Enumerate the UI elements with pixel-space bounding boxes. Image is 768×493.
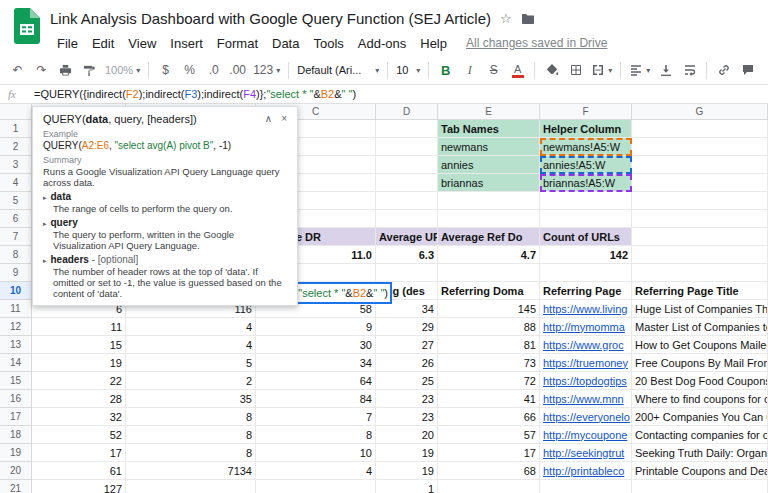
learn-more-link[interactable]: Learn more about QUERY <box>43 304 287 306</box>
menu-edit[interactable]: Edit <box>85 33 121 54</box>
cell-B14[interactable]: 5 <box>126 354 256 372</box>
column-header-D[interactable]: D <box>376 104 438 120</box>
cell-G2[interactable] <box>632 138 768 156</box>
formula-bar[interactable]: fx =QUERY({indirect(F2);indirect(F3);ind… <box>0 84 768 104</box>
menu-insert[interactable]: Insert <box>163 33 210 54</box>
cell-E16[interactable]: 41 <box>438 390 540 408</box>
cell-E8[interactable]: 4.7 <box>438 246 540 264</box>
cell-B18[interactable]: 8 <box>126 426 256 444</box>
merge-cells-button[interactable]: ▾ <box>588 58 615 82</box>
row-header-11[interactable]: 11 <box>0 300 32 318</box>
cell-A20[interactable]: 61 <box>32 462 126 480</box>
grid-corner[interactable] <box>0 104 32 120</box>
cell-A16[interactable]: 28 <box>32 390 126 408</box>
insert-link-button[interactable] <box>712 58 735 82</box>
cell-F19[interactable]: http://seekingtrut <box>540 444 632 462</box>
cell-A12[interactable]: 11 <box>32 318 126 336</box>
menu-data[interactable]: Data <box>265 33 306 54</box>
cell-E12[interactable]: 88 <box>438 318 540 336</box>
cell-F9[interactable] <box>540 264 632 282</box>
cell-C15[interactable]: 64 <box>256 372 376 390</box>
row-header-12[interactable]: 12 <box>0 318 32 336</box>
cell-G21[interactable] <box>632 480 768 493</box>
row-header-3[interactable]: 3 <box>0 156 32 174</box>
cell-C20[interactable]: 4 <box>256 462 376 480</box>
cell-G9[interactable] <box>632 264 768 282</box>
cell-G4[interactable] <box>632 174 768 192</box>
document-title[interactable]: Link Analysis Dashboard with Google Quer… <box>50 10 491 27</box>
cell-D4[interactable] <box>376 174 438 192</box>
cell-C13[interactable]: 30 <box>256 336 376 354</box>
row-header-5[interactable]: 5 <box>0 192 32 210</box>
cell-F8[interactable]: 142 <box>540 246 632 264</box>
row-header-6[interactable]: 6 <box>0 210 32 228</box>
cell-C21[interactable] <box>256 480 376 493</box>
cell-A21[interactable]: 127 <box>32 480 126 493</box>
cell-C18[interactable]: 8 <box>256 426 376 444</box>
cell-D9[interactable] <box>376 264 438 282</box>
cell-E15[interactable]: 72 <box>438 372 540 390</box>
cell-A18[interactable]: 52 <box>32 426 126 444</box>
italic-button[interactable]: I <box>458 58 481 82</box>
undo-button[interactable]: ↶ <box>6 58 29 82</box>
cell-F5[interactable] <box>540 192 632 210</box>
cell-G15[interactable]: 20 Best Dog Food Coupons <box>632 372 768 390</box>
cell-F16[interactable]: https://www.mnn <box>540 390 632 408</box>
cell-F13[interactable]: https://www.groc <box>540 336 632 354</box>
cell-D16[interactable]: 23 <box>376 390 438 408</box>
cell-G12[interactable]: Master List of Companies to <box>632 318 768 336</box>
cell-D6[interactable] <box>376 210 438 228</box>
save-status-link[interactable]: All changes saved in Drive <box>466 36 607 50</box>
cell-F6[interactable] <box>540 210 632 228</box>
cell-F17[interactable]: https://everyonelo <box>540 408 632 426</box>
cell-A14[interactable]: 19 <box>32 354 126 372</box>
cell-C14[interactable]: 34 <box>256 354 376 372</box>
vertical-align-button[interactable] <box>654 58 677 82</box>
menu-tools[interactable]: Tools <box>306 33 350 54</box>
cell-D2[interactable] <box>376 138 438 156</box>
strikethrough-button[interactable]: S <box>482 58 505 82</box>
row-header-7[interactable]: 7 <box>0 228 32 246</box>
cell-F12[interactable]: http://mymomma <box>540 318 632 336</box>
cell-B17[interactable]: 8 <box>126 408 256 426</box>
redo-button[interactable]: ↷ <box>30 58 53 82</box>
cell-F15[interactable]: https://topdogtips <box>540 372 632 390</box>
cell-B21[interactable] <box>126 480 256 493</box>
cell-G16[interactable]: Where to find coupons for or <box>632 390 768 408</box>
disclosure-icon[interactable]: ▸ <box>43 257 47 264</box>
folder-icon[interactable] <box>521 13 535 25</box>
cell-G1[interactable] <box>632 120 768 138</box>
menu-view[interactable]: View <box>121 33 163 54</box>
horizontal-align-button[interactable]: ▾ <box>626 58 653 82</box>
row-header-18[interactable]: 18 <box>0 426 32 444</box>
row-header-2[interactable]: 2 <box>0 138 32 156</box>
number-format-button[interactable]: 123 ▾ <box>250 58 283 82</box>
paint-format-button[interactable] <box>78 58 101 82</box>
collapse-icon[interactable]: ∧ <box>265 113 272 125</box>
cell-E13[interactable]: 81 <box>438 336 540 354</box>
print-button[interactable] <box>54 58 77 82</box>
zoom-select[interactable]: 100% ▾ <box>102 58 143 82</box>
cell-D7[interactable]: Average UR <box>376 228 438 246</box>
fill-color-button[interactable] <box>540 58 563 82</box>
font-family-select[interactable]: Default (Ari... ▾ <box>294 58 382 82</box>
row-header-13[interactable]: 13 <box>0 336 32 354</box>
cell-C17[interactable]: 7 <box>256 408 376 426</box>
row-header-17[interactable]: 17 <box>0 408 32 426</box>
cell-A13[interactable]: 15 <box>32 336 126 354</box>
row-header-19[interactable]: 19 <box>0 444 32 462</box>
cell-F1[interactable]: Helper Column <box>540 120 632 138</box>
insert-comment-button[interactable] <box>736 58 759 82</box>
text-color-button[interactable]: A <box>506 58 529 82</box>
cell-D19[interactable]: 19 <box>376 444 438 462</box>
row-header-16[interactable]: 16 <box>0 390 32 408</box>
cell-E10[interactable]: Referring Doma <box>438 282 540 300</box>
cell-A15[interactable]: 22 <box>32 372 126 390</box>
cell-E18[interactable]: 57 <box>438 426 540 444</box>
menu-help[interactable]: Help <box>413 33 454 54</box>
menu-addons[interactable]: Add-ons <box>351 33 413 54</box>
cell-D14[interactable]: 26 <box>376 354 438 372</box>
cell-G7[interactable] <box>632 228 768 246</box>
menu-format[interactable]: Format <box>210 33 265 54</box>
cell-G10[interactable]: Referring Page Title <box>632 282 768 300</box>
